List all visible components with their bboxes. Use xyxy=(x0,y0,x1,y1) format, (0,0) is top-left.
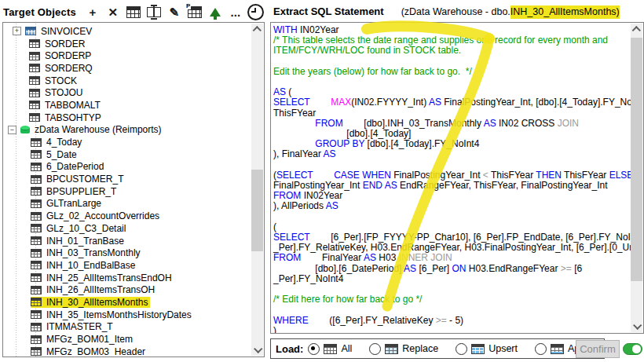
add-icon[interactable]: + xyxy=(82,3,103,20)
edit-pencil-icon[interactable]: ✎ xyxy=(164,3,185,20)
enable-toggle[interactable] xyxy=(623,343,642,355)
item-content: INH_10_EndBalBase xyxy=(31,260,137,271)
sql-token: [dbo].[6_DatePeriod] xyxy=(273,263,404,274)
item-content: STOJOU xyxy=(29,87,85,98)
tree-item-tabsohtyp[interactable]: TABSOHTYP xyxy=(3,112,251,124)
load-label: Load: xyxy=(276,343,303,355)
tree-item-stock[interactable]: STOCK xyxy=(3,75,251,87)
tree-item-gltranlarge[interactable]: GLTranLarge xyxy=(3,198,251,210)
tree-item-itmmaster-t[interactable]: ITMMASTER_T xyxy=(3,321,251,334)
table-upsert-icon xyxy=(471,344,485,354)
confirm-button[interactable]: Confirm xyxy=(576,340,620,358)
item-content: STOCK xyxy=(29,75,79,86)
history-clock-icon[interactable] xyxy=(246,3,266,20)
tree-item-label: GLz_10_C3_Detail xyxy=(46,223,126,234)
sql-token: WHERE xyxy=(273,315,309,326)
table-icon xyxy=(31,249,42,258)
sql-panel-title: Extract SQL Statement xyxy=(273,5,384,17)
tree-item-sorderq[interactable]: SORDERQ xyxy=(3,62,251,75)
table-icon[interactable] xyxy=(123,3,144,20)
tree-item-4-today[interactable]: 4_Today xyxy=(3,136,251,148)
sql-token: ThisFYear xyxy=(488,170,536,181)
scroll-down-icon[interactable] xyxy=(251,343,263,356)
sql-line xyxy=(273,77,631,87)
remove-icon[interactable]: ✕ xyxy=(103,3,123,20)
sql-token: MAX xyxy=(331,97,351,108)
collapse-minus-icon[interactable]: − xyxy=(8,126,16,134)
tree-item-glz-02-accountoverrides[interactable]: GLz_02_AccountOverrides xyxy=(3,210,251,222)
sql-text: WITH IN02Year/* This table selects the d… xyxy=(271,23,631,333)
table-icon xyxy=(31,335,42,344)
radio-upsert[interactable] xyxy=(456,343,467,355)
more-options-icon[interactable]: ... xyxy=(225,3,246,20)
tree-item-inh-01-tranbase[interactable]: INH_01_TranBase xyxy=(3,235,251,247)
rename-icon xyxy=(147,7,161,17)
tree-item-label: TABBOMALT xyxy=(45,100,101,111)
tree-item-stojou[interactable]: STOJOU xyxy=(3,86,251,99)
target-objects-tree[interactable]: +SINVOICEVSORDERSORDERPSORDERQSTOCKSTOJO… xyxy=(2,22,265,357)
table-properties-icon[interactable] xyxy=(185,3,205,20)
load-option-all[interactable]: All xyxy=(308,343,352,355)
tree-item-inh-03-transmonthly[interactable]: INH_03_TransMonthly xyxy=(3,247,251,259)
load-option-upsert[interactable]: Upsert xyxy=(456,343,518,355)
tree-item-mfgz-bom03-header[interactable]: MFGz_BOM03_Header xyxy=(3,346,251,357)
scroll-down-icon[interactable] xyxy=(631,320,642,332)
scroll-up-icon[interactable] xyxy=(251,24,263,36)
table-icon xyxy=(29,101,40,109)
load-option-label: All xyxy=(341,343,352,354)
tree-item-label: GLz_02_AccountOverrides xyxy=(46,210,159,221)
sql-token: _Per].FY_NoInt4 xyxy=(273,273,343,284)
sql-token: SELECT xyxy=(273,97,309,108)
tree-item-inh-10-endbalbase[interactable]: INH_10_EndBalBase xyxy=(3,259,251,272)
radio-all[interactable] xyxy=(308,343,320,355)
tree-scrollbar-thumb[interactable] xyxy=(251,170,263,251)
sql-token: AS xyxy=(364,252,376,263)
sql-token: CASE WHEN xyxy=(334,170,391,181)
tree-item-sorderp[interactable]: SORDERP xyxy=(3,49,251,62)
tree-item-sorder[interactable]: SORDER xyxy=(3,38,251,50)
sql-token: AS xyxy=(484,118,496,129)
tree-scrollbar[interactable] xyxy=(251,24,263,356)
sql-scrollbar-thumb[interactable] xyxy=(631,38,642,281)
sql-token: FROM xyxy=(315,118,342,129)
tree-item-label: INH_03_TransMonthly xyxy=(46,247,141,258)
item-content: INH_35_ItemsMonthsHistoryDates xyxy=(31,309,194,320)
sql-line: ITEM/FCY/WRH/LOC found in STOCK table. xyxy=(273,46,631,56)
tree-item-inh-26-allitemstransoh[interactable]: INH_26_AllItemsTransOH xyxy=(3,283,251,296)
sql-token: EndRangeFYear, ThisFYear, FinalPostingYe… xyxy=(397,180,608,191)
sql-token: ON xyxy=(452,263,466,274)
sql-token: GROUP BY xyxy=(315,138,364,149)
tree-item-6-dateperiod[interactable]: 6_DatePeriod xyxy=(3,161,251,174)
rename-icon[interactable] xyxy=(144,3,164,20)
tree-item-5-date[interactable]: 5_Date xyxy=(3,148,251,161)
load-option-label: Replace xyxy=(402,343,438,354)
upload-arrow-icon[interactable] xyxy=(205,3,225,20)
tree-item-inh-25-allitemstransendoh[interactable]: INH_25_AllItemsTransEndOH xyxy=(3,272,251,284)
sql-statement-editor[interactable]: WITH IN02Year/* This table selects the d… xyxy=(270,22,644,334)
tree-item-inh-35-itemsmonthshistorydates[interactable]: INH_35_ItemsMonthsHistoryDates xyxy=(3,309,251,321)
tree-item-bpsupplier-t[interactable]: BPSUPPLIER_T xyxy=(3,185,251,198)
sql-token: H03 xyxy=(376,252,399,263)
sql-line: ), FinalYear AS xyxy=(273,149,631,159)
tree-item-bpcustomer-t[interactable]: BPCUSTOMER_T xyxy=(3,173,251,185)
tree-item-zdata-warehouse-reimports-[interactable]: −zData Warehouse (Reimports) xyxy=(3,124,251,137)
table-icon xyxy=(29,89,40,97)
tree-item-label: 5_Date xyxy=(46,149,77,160)
table-icon xyxy=(31,199,42,208)
tree-item-mfgz-bom01-item[interactable]: MFGz_BOM01_Item xyxy=(3,333,251,346)
expand-plus-icon[interactable]: + xyxy=(13,27,21,35)
sql-scrollbar[interactable] xyxy=(631,24,642,332)
sql-token: INNER JOIN xyxy=(399,252,452,263)
tree-item-label: BPSUPPLIER_T xyxy=(46,186,116,197)
scroll-up-icon[interactable] xyxy=(631,24,642,36)
tree-item-inh-30-allitemsmonths[interactable]: INH_30_AllItemsMonths xyxy=(3,296,251,309)
tree-item-tabbomalt[interactable]: TABBOMALT xyxy=(3,99,251,112)
tree-item-sinvoicev[interactable]: +SINVOICEV xyxy=(3,25,251,38)
radio-append[interactable] xyxy=(535,343,547,355)
tree-item-label: INH_25_AllItemsTransEndOH xyxy=(46,272,172,283)
tree-item-glz-10-c3-detail[interactable]: GLz_10_C3_Detail xyxy=(3,222,251,235)
load-option-replace[interactable]: Replace xyxy=(369,343,438,355)
sql-line: ) xyxy=(273,326,631,333)
radio-replace[interactable] xyxy=(369,343,381,355)
add-icon: + xyxy=(89,6,96,18)
